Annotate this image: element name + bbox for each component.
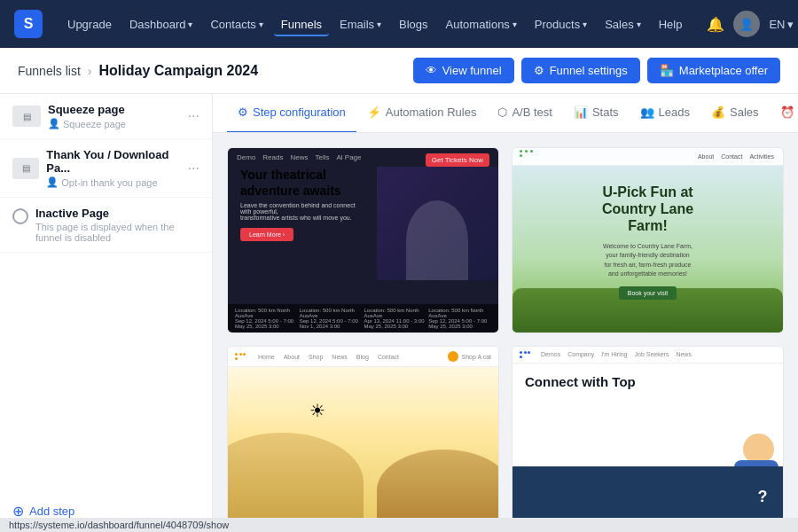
farm-cta: Book your visit — [619, 286, 677, 300]
event-item-4: Location: 500 km North AusAveSep 12, 202… — [428, 308, 491, 329]
thankyou-page-options[interactable]: ··· — [188, 160, 200, 176]
connect-title: Connect with Top — [525, 374, 771, 389]
theater-learn-more: Learn More › — [240, 228, 293, 241]
nav-links: Upgrade Dashboard▾ Contacts▾ Funnels Ema… — [60, 12, 689, 36]
tab-step-configuration[interactable]: ⚙ Step configuration — [227, 94, 356, 133]
tab-sales[interactable]: 💰 Sales — [700, 94, 770, 133]
nav-dashboard[interactable]: Dashboard▾ — [122, 12, 200, 36]
desert-nav-blog: Blog — [356, 354, 369, 360]
event-item-2: Location: 500 km North AusAveSep 12, 202… — [300, 308, 363, 329]
thankyou-page-subtitle: Opt-in thank you page — [61, 177, 157, 188]
tab-stats[interactable]: 📊 Stats — [563, 94, 630, 133]
desert-nav-home: Home — [258, 354, 275, 360]
desert-nav-news: News — [332, 354, 348, 360]
event-item-3: Location: 500 km North AusAveApr 13, 202… — [364, 308, 427, 329]
person-icon-2: 👤 — [46, 176, 59, 188]
theater-subtitle: Leave the convention behind and connect … — [240, 202, 364, 221]
config-icon: ⚙ — [238, 106, 248, 119]
template-card-farm[interactable]: About Contact Activities — [512, 147, 784, 333]
language-selector[interactable]: EN▾ — [769, 18, 793, 31]
app-logo[interactable]: S — [14, 10, 43, 38]
nav-emails[interactable]: Emails▾ — [332, 12, 388, 36]
deadline-icon: ⏰ — [780, 106, 794, 119]
template-card-desert[interactable]: Home About Shop News Blog Contact Shop A… — [227, 346, 499, 532]
eye-icon: 👁 — [426, 64, 437, 77]
farm-description: Welcome to Country Lane Farm,your family… — [530, 242, 765, 279]
template-card-theater[interactable]: DemoReadsNewsTellsAl Page Get Tickets No… — [227, 147, 499, 333]
sidebar-inactive-page[interactable]: Inactive Page This page is displayed whe… — [0, 198, 212, 253]
breadcrumb-parent[interactable]: Funnels list — [18, 64, 81, 78]
status-url: https://systeme.io/dashboard/funnel/4048… — [9, 520, 229, 530]
theater-title: Your theatrical adventure awaits — [240, 167, 364, 199]
nav-contacts[interactable]: Contacts▾ — [203, 12, 270, 36]
top-navigation: S Upgrade Dashboard▾ Contacts▾ Funnels E… — [0, 0, 798, 48]
breadcrumb-separator: › — [88, 64, 92, 78]
nav-upgrade[interactable]: Upgrade — [60, 12, 119, 36]
page-thumbnail-icon-2: ▤ — [12, 158, 39, 179]
tab-deadline[interactable]: ⏰ Deadline se... — [770, 94, 798, 133]
page-thumbnail-icon: ▤ — [12, 106, 41, 127]
desert-sun-icon: ☀ — [309, 400, 325, 421]
inactive-circle-icon — [12, 208, 28, 224]
user-avatar[interactable]: 👤 — [733, 11, 760, 37]
notification-icon[interactable]: 🔔 — [707, 16, 724, 33]
desert-nav-shop: Shop — [309, 354, 323, 360]
tab-ab-test[interactable]: ⬡ A/B test — [487, 94, 563, 133]
sales-icon: 💰 — [711, 106, 725, 119]
desert-nav-contact: Contact — [378, 354, 399, 360]
abtest-icon: ⬡ — [497, 106, 507, 119]
desert-nav-about: About — [284, 354, 300, 360]
squeeze-page-options[interactable]: ··· — [188, 108, 200, 124]
tab-automation-rules[interactable]: ⚡ Automation Rules — [356, 94, 488, 133]
connect-nav-news: News — [676, 351, 692, 357]
connect-nav-hiring: I'm Hiring — [601, 351, 627, 357]
stats-icon: 📊 — [574, 106, 588, 119]
view-funnel-button[interactable]: 👁 View funnel — [413, 58, 514, 83]
theater-cta-badge: Get Tickets Now — [426, 153, 489, 167]
squeeze-page-title: Squeeze page — [48, 103, 126, 116]
connect-nav-jobseekers: Job Seekers — [635, 351, 669, 357]
template-grid: DemoReadsNewsTellsAl Page Get Tickets No… — [213, 133, 798, 532]
event-item-1: Location: 500 km North AusAveSep 12, 202… — [235, 308, 298, 329]
thankyou-page-title: Thank You / Download Pa... — [46, 148, 187, 175]
inactive-page-title: Inactive Page — [35, 207, 200, 220]
right-panel: ⚙ Step configuration ⚡ Automation Rules … — [213, 94, 798, 532]
funnel-tabs: ⚙ Step configuration ⚡ Automation Rules … — [213, 94, 798, 133]
sidebar-squeeze-page[interactable]: ▤ Squeeze page 👤 Squeeze page ··· — [0, 94, 212, 139]
nav-funnels[interactable]: Funnels — [274, 12, 329, 36]
nav-right-section: 🔔 👤 EN▾ — [707, 11, 793, 37]
farm-title: U-Pick Fun atCountry LaneFarm! — [530, 184, 765, 235]
automation-icon: ⚡ — [367, 106, 381, 119]
nav-help[interactable]: Help — [652, 12, 690, 36]
sidebar-thankyou-page[interactable]: ▤ Thank You / Download Pa... 👤 Opt-in th… — [0, 139, 212, 198]
connect-nav-company: Company — [567, 351, 594, 357]
connect-nav-demos: Demos — [541, 351, 560, 357]
tab-leads[interactable]: 👥 Leads — [630, 94, 700, 133]
help-button[interactable]: ? — [745, 479, 780, 514]
desert-shop-label: Shop A cat — [462, 354, 491, 360]
person-icon: 👤 — [48, 118, 60, 129]
nav-sales[interactable]: Sales▾ — [598, 12, 648, 36]
settings-icon: ⚙ — [534, 64, 544, 77]
nav-automations[interactable]: Automations▾ — [439, 12, 524, 36]
nav-blogs[interactable]: Blogs — [392, 12, 435, 36]
status-bar: https://systeme.io/dashboard/funnel/4048… — [0, 518, 798, 532]
store-icon: 🏪 — [660, 64, 674, 77]
main-content: ▤ Squeeze page 👤 Squeeze page ··· ▤ — [0, 94, 798, 532]
leads-icon: 👥 — [640, 106, 654, 119]
squeeze-page-subtitle: Squeeze page — [63, 119, 126, 129]
funnel-steps-sidebar: ▤ Squeeze page 👤 Squeeze page ··· ▤ — [0, 94, 213, 532]
template-card-connect[interactable]: Demos Company I'm Hiring Job Seekers New… — [512, 346, 784, 532]
breadcrumb-bar: Funnels list › Holiday Campaign 2024 👁 V… — [0, 48, 798, 94]
breadcrumb-current: Holiday Campaign 2024 — [98, 63, 258, 79]
nav-products[interactable]: Products▾ — [528, 12, 594, 36]
funnel-settings-button[interactable]: ⚙ Funnel settings — [521, 58, 640, 83]
marketplace-offer-button[interactable]: 🏪 Marketplace offer — [647, 58, 780, 83]
action-buttons: 👁 View funnel ⚙ Funnel settings 🏪 Market… — [413, 58, 780, 83]
inactive-page-desc: This page is displayed when the funnel i… — [35, 222, 200, 243]
breadcrumb: Funnels list › Holiday Campaign 2024 — [18, 63, 258, 79]
